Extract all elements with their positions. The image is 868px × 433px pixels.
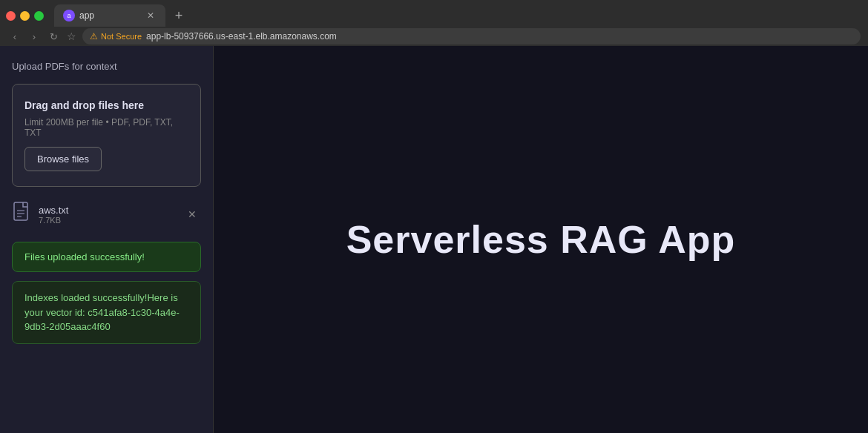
tab-bar: a app ✕ + — [0, 0, 868, 27]
dropzone-heading: Drag and drop files here — [24, 99, 188, 111]
main-layout: Upload PDFs for context Drag and drop fi… — [0, 46, 868, 433]
nav-buttons: ‹ › ↻ — [7, 29, 61, 44]
sidebar: Upload PDFs for context Drag and drop fi… — [0, 46, 214, 433]
file-icon — [13, 202, 31, 227]
index-success-status: Indexes loaded successfully!Here is your… — [12, 281, 201, 344]
url-text: app-lb-50937666.us-east-1.elb.amazonaws.… — [146, 31, 337, 42]
reload-button[interactable]: ↻ — [46, 29, 61, 44]
bookmark-button[interactable]: ☆ — [67, 30, 76, 42]
back-button[interactable]: ‹ — [7, 29, 22, 44]
tab-close-button[interactable]: ✕ — [145, 10, 157, 22]
file-remove-button[interactable]: ✕ — [185, 207, 200, 222]
url-bar[interactable]: ⚠ Not Secure app-lb-50937666.us-east-1.e… — [82, 28, 861, 44]
file-name: aws.txt — [39, 205, 177, 216]
close-window-button[interactable] — [6, 11, 16, 21]
window-controls — [6, 11, 44, 21]
upload-success-status: Files uploaded successfully! — [12, 242, 201, 272]
security-warning: ⚠ Not Secure — [90, 31, 142, 42]
maximize-window-button[interactable] — [34, 11, 44, 21]
new-tab-button[interactable]: + — [168, 5, 189, 26]
dropzone[interactable]: Drag and drop files here Limit 200MB per… — [12, 84, 201, 187]
active-tab[interactable]: a app ✕ — [54, 4, 165, 27]
dropzone-limit: Limit 200MB per file • PDF, PDF, TXT, TX… — [24, 117, 188, 138]
minimize-window-button[interactable] — [20, 11, 30, 21]
tab-favicon: a — [63, 10, 75, 22]
app-title: Serverless RAG App — [346, 217, 736, 262]
file-size: 7.7KB — [39, 216, 177, 225]
svg-rect-0 — [14, 202, 27, 220]
index-success-text: Indexes loaded successfully!Here is your… — [24, 292, 180, 332]
sidebar-title: Upload PDFs for context — [12, 61, 201, 72]
address-bar: ‹ › ↻ ☆ ⚠ Not Secure app-lb-50937666.us-… — [0, 27, 868, 46]
upload-success-text: Files uploaded successfully! — [24, 251, 145, 262]
main-content: Serverless RAG App — [214, 46, 868, 433]
file-info: aws.txt 7.7KB — [39, 205, 177, 225]
browse-files-button[interactable]: Browse files — [24, 147, 102, 171]
tab-title: app — [79, 10, 140, 21]
file-item: aws.txt 7.7KB ✕ — [12, 196, 201, 233]
warning-icon: ⚠ — [90, 31, 98, 42]
forward-button[interactable]: › — [27, 29, 42, 44]
browser-chrome: a app ✕ + ‹ › ↻ ☆ ⚠ Not Secure app-lb-50… — [0, 0, 868, 46]
not-secure-label: Not Secure — [101, 32, 142, 41]
